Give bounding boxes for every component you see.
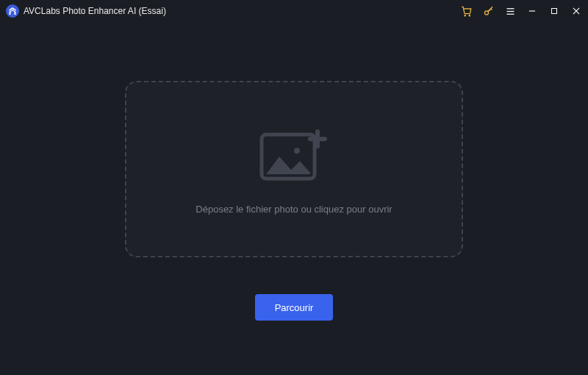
key-icon[interactable] — [482, 5, 494, 17]
dropzone-hint: Déposez le fichier photo ou cliquez pour… — [196, 204, 392, 215]
titlebar-left: AVCLabs Photo Enhancer AI (Essai) — [6, 4, 166, 18]
cart-icon[interactable] — [460, 5, 472, 17]
svg-rect-7 — [552, 9, 557, 14]
titlebar: AVCLabs Photo Enhancer AI (Essai) — [0, 0, 588, 22]
svg-point-0 — [465, 15, 465, 15]
svg-point-2 — [484, 10, 488, 14]
image-placeholder-icon — [257, 124, 331, 183]
app-title: AVCLabs Photo Enhancer AI (Essai) — [24, 6, 166, 16]
maximize-icon[interactable] — [548, 5, 560, 17]
dropzone[interactable]: Déposez le fichier photo ou cliquez pour… — [125, 81, 463, 257]
titlebar-right — [460, 5, 582, 17]
svg-point-1 — [469, 15, 470, 15]
menu-icon[interactable] — [504, 5, 516, 17]
close-icon[interactable] — [570, 5, 582, 17]
minimize-icon[interactable] — [526, 5, 538, 17]
browse-button[interactable]: Parcourir — [255, 294, 333, 321]
main-area: Déposez le fichier photo ou cliquez pour… — [0, 22, 588, 375]
app-logo-icon — [6, 4, 19, 18]
svg-point-11 — [294, 148, 300, 154]
